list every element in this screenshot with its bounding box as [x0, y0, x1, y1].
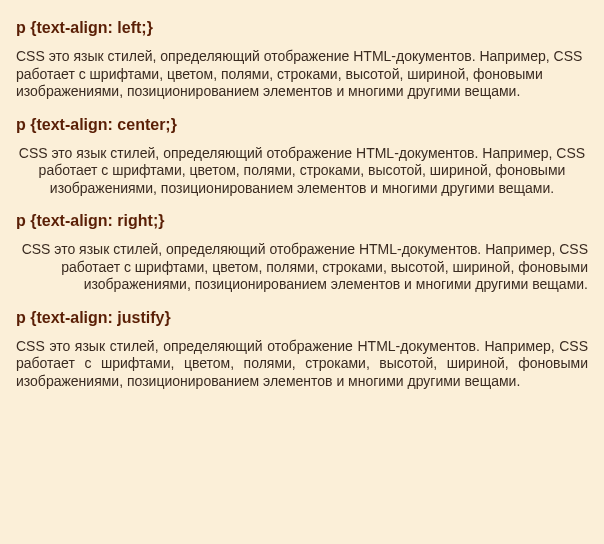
heading-justify: p {text-align: justify} — [16, 308, 588, 328]
heading-left: p {text-align: left;} — [16, 18, 588, 38]
paragraph-right: CSS это язык стилей, определяющий отобра… — [16, 241, 588, 294]
heading-right: p {text-align: right;} — [16, 211, 588, 231]
paragraph-left: CSS это язык стилей, определяющий отобра… — [16, 48, 588, 101]
heading-center: p {text-align: center;} — [16, 115, 588, 135]
paragraph-justify: CSS это язык стилей, определяющий отобра… — [16, 338, 588, 391]
paragraph-center: CSS это язык стилей, определяющий отобра… — [16, 145, 588, 198]
